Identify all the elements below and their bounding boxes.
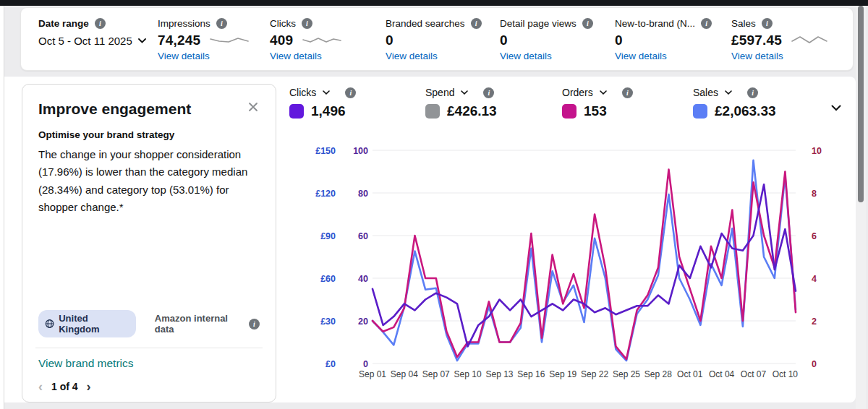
metric-selector-label: Sales (693, 87, 718, 98)
impressions-sparkline (209, 35, 250, 46)
chevron-down-icon (600, 90, 607, 95)
close-icon[interactable] (247, 100, 260, 116)
svg-text:Sep 01: Sep 01 (359, 369, 386, 379)
orders-color-swatch (562, 104, 576, 119)
view-details-link[interactable]: View details (158, 51, 270, 61)
info-icon[interactable]: i (471, 18, 482, 29)
svg-text:Sep 16: Sep 16 (517, 369, 545, 379)
chevron-down-icon (323, 90, 330, 95)
info-icon[interactable]: i (216, 18, 227, 29)
info-icon[interactable]: i (747, 87, 758, 98)
metric-value: 0 (615, 33, 623, 48)
info-icon[interactable]: i (345, 87, 356, 98)
chart-metric-sales: Sales i £2,063.33 (693, 87, 776, 119)
svg-text:£150: £150 (315, 146, 336, 156)
brand-metrics-dashboard: { "top_metrics": { "date_range": { "labe… (0, 0, 868, 409)
metric-selector-orders[interactable]: Orders i (562, 87, 633, 98)
summary-metric-new-to-brand: New-to-brand (N... i 0 View details (615, 18, 731, 70)
region-pill: United Kingdom (38, 310, 136, 337)
info-icon[interactable]: i (701, 18, 712, 29)
insight-title: Improve engagement (38, 100, 191, 118)
metric-value: 0 (500, 33, 508, 48)
metric-value: 1,496 (311, 103, 346, 119)
pagination-prev-icon[interactable]: ‹ (38, 380, 43, 393)
svg-text:Sep 07: Sep 07 (422, 369, 450, 379)
card-pagination: ‹ 1 of 4 › (38, 380, 260, 393)
date-range-block: Date range i Oct 5 - Oct 11 2025 (38, 18, 158, 70)
metric-value: £426.13 (447, 103, 497, 119)
summary-metric-impressions: Impressions i 74,245 View details (158, 18, 270, 70)
svg-text:Oct 07: Oct 07 (741, 369, 767, 379)
svg-text:£30: £30 (320, 317, 336, 327)
performance-line-chart[interactable]: £15010010£120808£90606£60404£30202£000Se… (302, 136, 838, 389)
svg-text:6: 6 (812, 231, 817, 241)
chevron-down-icon (725, 90, 732, 95)
svg-text:Sep 04: Sep 04 (391, 369, 418, 379)
info-icon[interactable]: i (622, 87, 633, 98)
metric-selector-label: Clicks (289, 87, 316, 98)
insight-body: The change in your shopper consideration… (38, 146, 260, 216)
svg-text:Oct 10: Oct 10 (773, 369, 799, 379)
metric-value: £597.45 (731, 33, 782, 48)
svg-text:0: 0 (363, 359, 368, 369)
date-range-value: Oct 5 - Oct 11 2025 (38, 35, 132, 47)
svg-text:Oct 04: Oct 04 (709, 369, 735, 379)
scrollbar-thumb[interactable] (858, 6, 864, 202)
info-icon[interactable]: i (483, 87, 494, 98)
metric-label: Branded searches (386, 18, 465, 29)
metric-label: Clicks (270, 18, 296, 29)
info-icon[interactable]: i (249, 319, 260, 330)
svg-text:Sep 19: Sep 19 (549, 369, 576, 379)
svg-text:10: 10 (812, 146, 822, 156)
metric-selector-label: Spend (425, 87, 454, 98)
metric-label: New-to-brand (N... (615, 18, 695, 29)
svg-text:Sep 10: Sep 10 (454, 369, 482, 379)
divider (35, 348, 263, 348)
metric-label: Impressions (158, 18, 210, 29)
metric-value: £2,063.33 (715, 103, 776, 119)
main-panel: Improve engagement Optimise your brand s… (4, 77, 856, 402)
pagination-next-icon[interactable]: › (87, 380, 91, 393)
chart-metric-spend: Spend i £426.13 (425, 87, 497, 119)
info-icon[interactable]: i (95, 18, 106, 29)
insight-subtitle: Optimise your brand strategy (38, 129, 260, 140)
metric-label: Sales (731, 18, 756, 29)
svg-text:£120: £120 (315, 189, 336, 199)
chart-metric-clicks: Clicks i 1,496 (289, 87, 356, 119)
info-icon[interactable]: i (762, 18, 773, 29)
svg-text:£90: £90 (320, 231, 336, 241)
svg-text:Sep 25: Sep 25 (613, 369, 640, 379)
metric-selector-label: Orders (562, 87, 593, 98)
summary-metric-branded-searches: Branded searches i 0 View details (386, 18, 500, 70)
metric-value: 409 (270, 33, 293, 48)
metric-selector-sales[interactable]: Sales i (693, 87, 776, 98)
svg-text:£60: £60 (320, 274, 336, 284)
clicks-sparkline (302, 35, 342, 46)
data-source-label: Amazon internal data (155, 313, 244, 335)
svg-text:0: 0 (812, 359, 817, 369)
summary-metric-detail-page-views: Detail page views i 0 View details (500, 18, 615, 70)
svg-text:Sep 28: Sep 28 (644, 369, 672, 379)
metric-value: 74,245 (158, 33, 200, 48)
metric-selector-clicks[interactable]: Clicks i (289, 87, 356, 98)
summary-metric-clicks: Clicks i 409 View details (270, 18, 386, 70)
view-details-link[interactable]: View details (500, 51, 615, 61)
info-icon[interactable]: i (302, 18, 312, 29)
date-range-dropdown[interactable]: Oct 5 - Oct 11 2025 (38, 35, 158, 47)
view-details-link[interactable]: View details (386, 51, 500, 61)
metric-selector-spend[interactable]: Spend i (425, 87, 497, 98)
view-details-link[interactable]: View details (731, 51, 847, 61)
view-brand-metrics-link[interactable]: View brand metrics (38, 357, 260, 370)
collapse-chart-icon[interactable] (831, 101, 841, 114)
scrollbar-track (856, 6, 866, 409)
metric-value: 0 (386, 33, 393, 48)
view-details-link[interactable]: View details (270, 51, 386, 61)
info-icon[interactable]: i (582, 18, 593, 29)
svg-text:8: 8 (812, 189, 817, 199)
svg-text:60: 60 (358, 231, 368, 241)
spend-color-swatch (425, 104, 440, 119)
svg-text:4: 4 (812, 274, 817, 284)
summary-metrics-bar: Date range i Oct 5 - Oct 11 2025 Impress… (20, 7, 854, 71)
svg-text:2: 2 (812, 317, 817, 327)
view-details-link[interactable]: View details (615, 51, 731, 61)
